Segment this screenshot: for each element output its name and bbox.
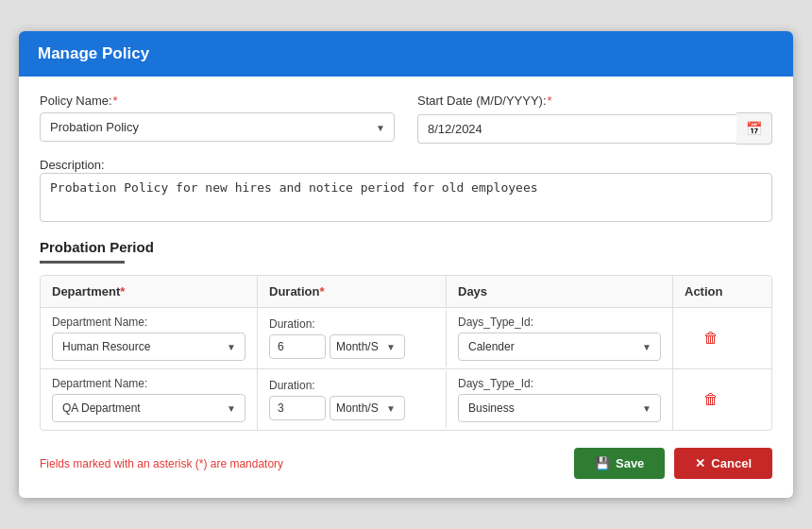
days-type-select-2[interactable]: Calender Business bbox=[458, 394, 661, 422]
dept-select-wrapper-1: Human Resource QA Department IT Departme… bbox=[52, 333, 245, 361]
top-form-row: Policy Name:* Probation Policy Start Dat… bbox=[40, 94, 772, 145]
section-underline bbox=[40, 261, 125, 264]
duration-unit-select-1[interactable]: Month/S Days Years bbox=[330, 334, 405, 359]
modal-header: Manage Policy bbox=[19, 31, 793, 77]
duration-label-1: Duration: bbox=[269, 317, 434, 331]
start-date-wrapper: 📅 bbox=[417, 112, 772, 145]
td-action-1: 🗑 bbox=[673, 322, 749, 354]
dept-name-label-2: Department Name: bbox=[52, 377, 245, 390]
manage-policy-modal: Manage Policy Policy Name:* Probation Po… bbox=[19, 31, 793, 498]
days-type-label-1: Days_Type_Id: bbox=[458, 316, 661, 329]
days-type-select-1[interactable]: Calender Business bbox=[458, 333, 661, 361]
table-row: Department Name: Human Resource QA Depar… bbox=[41, 308, 771, 369]
trash-icon-1: 🗑 bbox=[703, 330, 719, 347]
policy-name-label: Policy Name:* bbox=[40, 94, 395, 108]
description-label: Description: bbox=[40, 158, 105, 172]
td-days-1: Days_Type_Id: Calender Business bbox=[447, 308, 673, 368]
days-type-label-2: Days_Type_Id: bbox=[458, 377, 661, 390]
dept-select-2[interactable]: Human Resource QA Department IT Departme… bbox=[52, 394, 245, 422]
days-type-wrapper-2: Calender Business bbox=[458, 394, 661, 422]
cancel-label: Cancel bbox=[711, 456, 752, 470]
probation-table: Department* Duration* Days Action Depart… bbox=[40, 275, 772, 431]
start-date-input[interactable] bbox=[417, 114, 736, 144]
cancel-icon: ✕ bbox=[695, 456, 705, 470]
policy-name-group: Policy Name:* Probation Policy bbox=[40, 94, 395, 145]
save-label: Save bbox=[616, 456, 644, 470]
trash-icon-2: 🗑 bbox=[703, 391, 719, 408]
description-group: Description: Probation Policy for new hi… bbox=[40, 156, 772, 226]
duration-input-2[interactable] bbox=[269, 396, 326, 420]
save-icon: 💾 bbox=[595, 456, 610, 470]
td-duration-2: Duration: Month/S Days Years bbox=[258, 371, 447, 428]
duration-row-2: Month/S Days Years bbox=[269, 396, 434, 420]
duration-unit-select-2[interactable]: Month/S Days Years bbox=[330, 396, 405, 420]
th-department: Department* bbox=[41, 276, 258, 307]
calendar-button[interactable]: 📅 bbox=[736, 112, 772, 145]
modal-body: Policy Name:* Probation Policy Start Dat… bbox=[19, 77, 793, 498]
cancel-button[interactable]: ✕ Cancel bbox=[674, 448, 772, 479]
duration-input-1[interactable] bbox=[269, 334, 326, 359]
duration-unit-wrapper-1: Month/S Days Years bbox=[330, 334, 405, 359]
table-header-row: Department* Duration* Days Action bbox=[41, 276, 771, 308]
duration-row-1: Month/S Days Years bbox=[269, 334, 434, 359]
calendar-icon: 📅 bbox=[746, 121, 762, 136]
delete-row-1-button[interactable]: 🗑 bbox=[703, 330, 719, 347]
save-button[interactable]: 💾 Save bbox=[574, 448, 665, 479]
th-action: Action bbox=[673, 276, 749, 307]
duration-label-2: Duration: bbox=[269, 379, 434, 392]
th-duration: Duration* bbox=[258, 276, 447, 307]
table-row: Department Name: Human Resource QA Depar… bbox=[41, 369, 771, 430]
dept-select-1[interactable]: Human Resource QA Department IT Departme… bbox=[52, 333, 245, 361]
td-days-2: Days_Type_Id: Calender Business bbox=[447, 369, 673, 430]
days-type-wrapper-1: Calender Business bbox=[458, 333, 661, 361]
duration-unit-wrapper-2: Month/S Days Years bbox=[330, 396, 405, 420]
description-textarea[interactable]: Probation Policy for new hires and notic… bbox=[40, 173, 772, 222]
policy-name-select-wrapper: Probation Policy bbox=[40, 112, 395, 142]
modal-title: Manage Policy bbox=[38, 44, 774, 63]
modal-footer: Fields marked with an asterisk (*) are m… bbox=[40, 444, 772, 485]
start-date-label: Start Date (M/D/YYYY):* bbox=[417, 94, 772, 108]
policy-name-select[interactable]: Probation Policy bbox=[40, 112, 395, 142]
dept-name-label-1: Department Name: bbox=[52, 316, 245, 329]
delete-row-2-button[interactable]: 🗑 bbox=[703, 391, 719, 408]
td-dept-1: Department Name: Human Resource QA Depar… bbox=[41, 308, 258, 368]
mandatory-note: Fields marked with an asterisk (*) are m… bbox=[40, 457, 283, 470]
probation-section-title: Probation Period bbox=[40, 239, 772, 255]
td-duration-1: Duration: Month/S Days Years bbox=[258, 310, 447, 367]
th-days: Days bbox=[447, 276, 673, 307]
action-buttons: 💾 Save ✕ Cancel bbox=[574, 448, 772, 479]
start-date-group: Start Date (M/D/YYYY):* 📅 bbox=[417, 94, 772, 145]
td-dept-2: Department Name: Human Resource QA Depar… bbox=[41, 369, 258, 430]
dept-select-wrapper-2: Human Resource QA Department IT Departme… bbox=[52, 394, 245, 422]
td-action-2: 🗑 bbox=[673, 384, 749, 416]
